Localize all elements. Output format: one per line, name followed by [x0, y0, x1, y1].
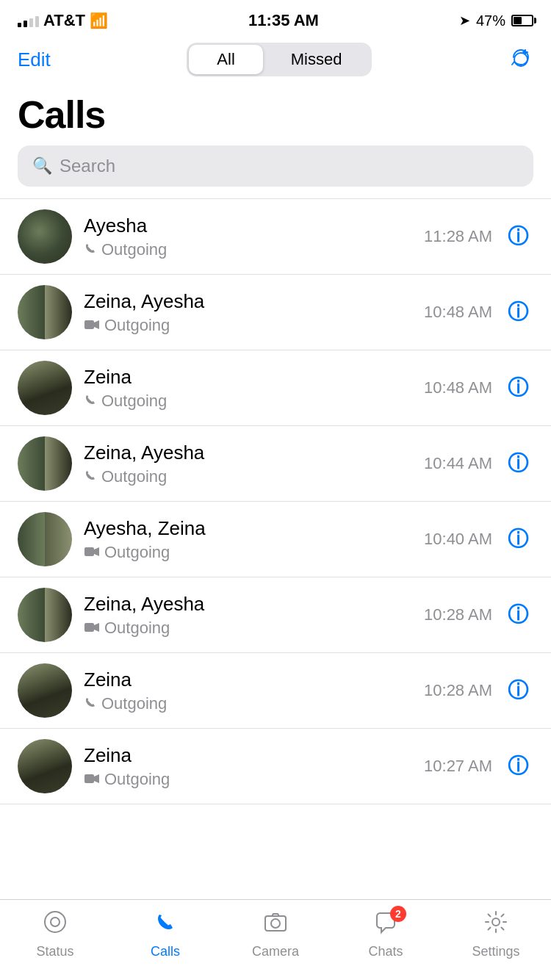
call-time-col: 10:48 AMⓘ	[424, 372, 533, 403]
info-button[interactable]: ⓘ	[503, 448, 533, 479]
wifi-icon: 📶	[90, 12, 108, 29]
phone-icon	[84, 240, 97, 259]
svg-point-6	[45, 912, 65, 932]
status-left: AT&T 📶	[18, 11, 108, 30]
call-type: Outgoing	[84, 543, 412, 562]
tab-calls[interactable]: Calls	[110, 909, 220, 959]
location-icon: ➤	[459, 12, 470, 29]
call-name: Zeina, Ayesha	[84, 290, 412, 313]
call-time-col: 10:27 AMⓘ	[424, 751, 533, 782]
call-info: Zeina, Ayesha Outgoing	[84, 442, 412, 486]
info-button[interactable]: ⓘ	[503, 675, 533, 706]
call-row[interactable]: Zeina, Ayesha Outgoing10:44 AMⓘ	[0, 426, 551, 502]
tab-status[interactable]: Status	[0, 909, 110, 959]
phone-icon	[84, 392, 97, 411]
avatar	[18, 512, 72, 566]
call-direction: Outgoing	[101, 694, 167, 713]
call-info: Zeina, Ayesha Outgoing	[84, 593, 412, 638]
chats-badge-wrapper: 2	[372, 909, 399, 941]
info-button[interactable]: ⓘ	[503, 524, 533, 555]
avatar	[18, 285, 72, 339]
call-time: 10:28 AM	[424, 605, 492, 624]
call-name: Ayesha, Zeina	[84, 517, 412, 540]
camera-icon	[262, 909, 289, 941]
video-icon	[84, 619, 100, 638]
calls-list: Ayesha Outgoing11:28 AMⓘZeina, Ayesha Ou…	[0, 198, 551, 804]
call-name: Zeina	[84, 744, 412, 767]
avatar	[18, 663, 72, 718]
call-time: 10:48 AM	[424, 378, 492, 397]
avatar	[18, 739, 72, 793]
call-name: Ayesha	[84, 215, 412, 237]
tab-chats[interactable]: 2 Chats	[331, 909, 441, 959]
tab-status-label: Status	[36, 944, 73, 959]
svg-point-10	[492, 918, 500, 926]
call-time-col: 10:48 AMⓘ	[424, 297, 533, 328]
call-type: Outgoing	[84, 316, 412, 335]
info-button[interactable]: ⓘ	[503, 751, 533, 782]
signal-bar-1	[18, 23, 21, 27]
avatar	[18, 588, 72, 642]
call-time: 10:27 AM	[424, 757, 492, 776]
svg-rect-2	[84, 320, 94, 329]
call-type: Outgoing	[84, 694, 412, 713]
avatar	[18, 361, 72, 415]
call-row[interactable]: Zeina Outgoing10:28 AMⓘ	[0, 653, 551, 729]
edit-button[interactable]: Edit	[18, 48, 51, 71]
svg-point-9	[271, 919, 280, 928]
call-time-col: 10:28 AMⓘ	[424, 599, 533, 630]
call-time-col: 10:40 AMⓘ	[424, 524, 533, 555]
info-button[interactable]: ⓘ	[503, 372, 533, 403]
info-button[interactable]: ⓘ	[503, 221, 533, 252]
call-name: Zeina, Ayesha	[84, 593, 412, 616]
call-direction: Outgoing	[101, 392, 167, 411]
info-button[interactable]: ⓘ	[503, 599, 533, 630]
battery-percent: 47%	[476, 12, 505, 29]
calls-list-container: Ayesha Outgoing11:28 AMⓘZeina, Ayesha Ou…	[0, 198, 551, 804]
call-name: Zeina, Ayesha	[84, 442, 412, 464]
page-title: Calls	[0, 85, 551, 145]
call-time-col: 10:28 AMⓘ	[424, 675, 533, 706]
phone-icon	[84, 694, 97, 713]
signal-bars	[18, 14, 39, 27]
call-time: 10:44 AM	[424, 454, 492, 473]
segment-control: All Missed	[187, 43, 372, 76]
status-time: 11:35 AM	[248, 11, 319, 30]
add-call-button[interactable]	[508, 47, 533, 72]
call-info: Zeina, Ayesha Outgoing	[84, 290, 412, 335]
call-time-col: 11:28 AMⓘ	[424, 221, 533, 252]
video-icon	[84, 316, 100, 335]
tab-camera[interactable]: Camera	[220, 909, 331, 959]
tab-camera-label: Camera	[252, 944, 299, 959]
signal-bar-3	[29, 18, 33, 27]
avatar	[18, 209, 72, 264]
tab-settings-label: Settings	[472, 944, 519, 959]
info-button[interactable]: ⓘ	[503, 297, 533, 328]
call-row[interactable]: Ayesha Outgoing11:28 AMⓘ	[0, 199, 551, 275]
search-input[interactable]: Search	[60, 156, 115, 176]
call-row[interactable]: Zeina, Ayesha Outgoing10:48 AMⓘ	[0, 275, 551, 350]
tab-calls-label: Calls	[151, 944, 180, 959]
call-direction: Outgoing	[104, 770, 170, 789]
call-name: Zeina	[84, 366, 412, 389]
call-row[interactable]: Zeina Outgoing10:48 AMⓘ	[0, 350, 551, 426]
call-time: 10:28 AM	[424, 681, 492, 700]
segment-missed[interactable]: Missed	[263, 45, 370, 74]
carrier-label: AT&T	[43, 11, 85, 30]
call-row[interactable]: Zeina, Ayesha Outgoing10:28 AMⓘ	[0, 577, 551, 653]
call-direction: Outgoing	[104, 316, 170, 335]
call-info: Ayesha Outgoing	[84, 215, 412, 259]
battery-fill	[514, 17, 522, 24]
search-bar[interactable]: 🔍 Search	[18, 145, 533, 187]
search-icon: 🔍	[32, 156, 52, 176]
call-row[interactable]: Zeina Outgoing10:27 AMⓘ	[0, 729, 551, 804]
segment-all[interactable]: All	[189, 45, 262, 74]
tab-settings[interactable]: Settings	[441, 909, 551, 959]
battery-icon	[511, 15, 533, 26]
call-type: Outgoing	[84, 240, 412, 259]
call-direction: Outgoing	[104, 619, 170, 638]
call-row[interactable]: Ayesha, Zeina Outgoing10:40 AMⓘ	[0, 502, 551, 577]
video-icon	[84, 543, 100, 562]
nav-bar: Edit All Missed	[0, 37, 551, 85]
call-direction: Outgoing	[101, 467, 167, 486]
